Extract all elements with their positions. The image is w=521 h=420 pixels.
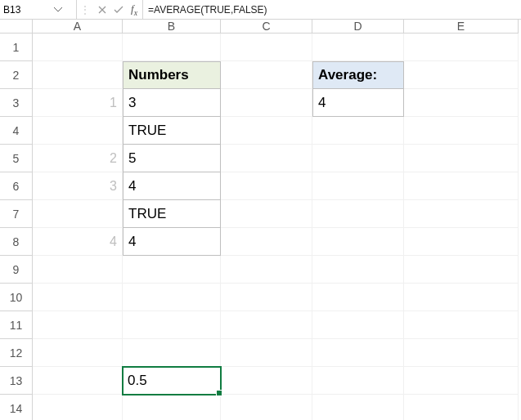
cell[interactable] [221,117,312,145]
cell[interactable] [404,172,519,200]
cell[interactable] [221,145,312,172]
cell[interactable] [404,61,519,89]
cell[interactable] [123,395,221,420]
formula-input[interactable]: =AVERAGE(TRUE,FALSE) [143,0,521,19]
cell[interactable] [123,256,221,284]
cell[interactable]: 2 [33,145,123,172]
cell[interactable] [404,117,519,145]
cell[interactable]: 5 [123,145,221,172]
selected-cell[interactable]: 0.5 [123,367,221,395]
cell[interactable] [404,256,519,284]
cell[interactable] [123,339,221,367]
cell[interactable] [123,311,221,339]
cell[interactable]: 4 [33,228,123,256]
cell[interactable] [221,61,312,89]
col-header-E[interactable]: E [404,20,519,34]
cell[interactable] [404,367,519,395]
cell[interactable] [312,117,404,145]
row: 9 [0,256,521,284]
row-header[interactable]: 2 [0,61,33,89]
cancel-formula-button[interactable] [97,4,108,16]
row-header[interactable]: 10 [0,284,33,311]
average-value-cell[interactable]: 4 [312,89,404,117]
cell[interactable] [33,117,123,145]
excel-window: ⋮ fx =AVERAGE(TRUE,FALSE) A B C D E 1 [0,0,521,420]
cell[interactable] [404,89,519,117]
cell[interactable] [33,339,123,367]
row-header[interactable]: 3 [0,89,33,117]
cell[interactable] [33,311,123,339]
cell[interactable]: 4 [123,172,221,200]
row-header[interactable]: 8 [0,228,33,256]
cell[interactable] [33,395,123,420]
column-headers: A B C D E [0,20,521,34]
cell[interactable]: 3 [123,89,221,117]
cell[interactable] [33,61,123,89]
cell[interactable] [312,339,404,367]
cell[interactable] [404,311,519,339]
row-header[interactable]: 5 [0,145,33,172]
col-header-B[interactable]: B [123,20,221,34]
cell[interactable] [312,228,404,256]
row-header[interactable]: 4 [0,117,33,145]
cell[interactable] [123,34,221,61]
cell[interactable] [404,284,519,311]
enter-formula-button[interactable] [113,4,124,16]
cell[interactable] [404,34,519,61]
row-header[interactable]: 11 [0,311,33,339]
cell[interactable] [312,367,404,395]
cell[interactable] [312,145,404,172]
average-header-cell[interactable]: Average: [312,61,404,89]
row: 3 1 3 4 [0,89,521,117]
col-header-D[interactable]: D [312,20,404,34]
cell[interactable] [312,172,404,200]
cell[interactable] [312,256,404,284]
row-header[interactable]: 13 [0,367,33,395]
row-header[interactable]: 12 [0,339,33,367]
name-box-dropdown[interactable] [52,7,64,12]
col-header-C[interactable]: C [221,20,312,34]
cell[interactable] [312,311,404,339]
cell[interactable] [221,228,312,256]
cell[interactable]: 4 [123,228,221,256]
numbers-header-cell[interactable]: Numbers [123,61,221,89]
cell[interactable] [33,34,123,61]
cell[interactable] [221,200,312,228]
cell[interactable] [123,284,221,311]
cell[interactable] [312,200,404,228]
cell[interactable] [404,145,519,172]
cell[interactable] [221,395,312,420]
cell[interactable] [221,89,312,117]
cell[interactable] [404,395,519,420]
name-box[interactable] [3,4,52,16]
row-header[interactable]: 7 [0,200,33,228]
col-header-A[interactable]: A [33,20,123,34]
cell[interactable] [221,172,312,200]
cell[interactable] [221,367,312,395]
cell[interactable] [312,34,404,61]
cell[interactable] [33,284,123,311]
cell[interactable] [312,395,404,420]
cell[interactable] [33,256,123,284]
cell[interactable]: TRUE [123,200,221,228]
cell[interactable]: 1 [33,89,123,117]
cell[interactable] [221,339,312,367]
cell[interactable] [404,339,519,367]
cell[interactable] [221,256,312,284]
cell[interactable] [404,228,519,256]
row-header[interactable]: 9 [0,256,33,284]
fx-icon[interactable]: fx [129,2,139,17]
cell[interactable] [312,284,404,311]
row-header[interactable]: 14 [0,395,33,420]
cell[interactable] [221,284,312,311]
select-all-corner[interactable] [0,20,33,34]
cell[interactable] [221,311,312,339]
cell[interactable]: TRUE [123,117,221,145]
cell[interactable]: 3 [33,172,123,200]
row-header[interactable]: 1 [0,34,33,61]
cell[interactable] [33,367,123,395]
cell[interactable] [221,34,312,61]
cell[interactable] [33,200,123,228]
cell[interactable] [404,200,519,228]
row-header[interactable]: 6 [0,172,33,200]
